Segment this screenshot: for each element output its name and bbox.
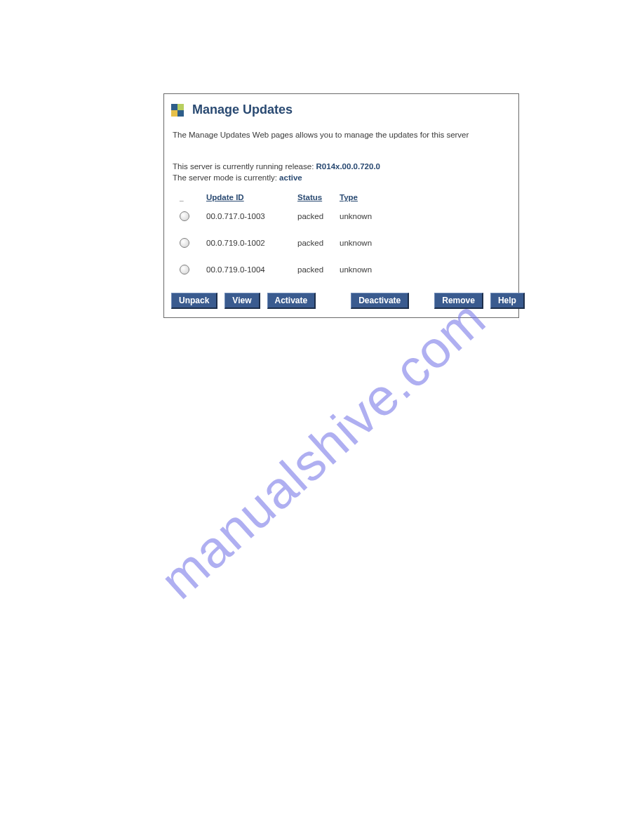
button-bar: Unpack View Activate Deactivate Remove H… <box>170 291 513 310</box>
mode-line: The server mode is currently: active <box>173 173 510 182</box>
header-type[interactable]: Type <box>340 193 389 201</box>
page-title: Manage Updates <box>192 102 293 117</box>
cell-status: packed <box>297 239 340 247</box>
app-icon <box>171 104 184 117</box>
mode-value: active <box>279 173 302 182</box>
unpack-button[interactable]: Unpack <box>171 293 217 309</box>
release-line: This server is currently running release… <box>173 162 510 171</box>
header-placeholder: _ <box>180 194 206 201</box>
cell-update-id: 00.0.719.0-1004 <box>206 265 297 274</box>
cell-status: packed <box>297 212 340 220</box>
cell-update-id: 00.0.719.0-1002 <box>206 239 297 247</box>
view-button[interactable]: View <box>224 293 260 309</box>
table-header-row: _ Update ID Status Type <box>180 193 513 201</box>
remove-button[interactable]: Remove <box>434 293 483 309</box>
select-radio[interactable] <box>180 211 189 221</box>
cell-type: unknown <box>340 239 389 247</box>
select-radio[interactable] <box>180 265 189 274</box>
activate-button[interactable]: Activate <box>267 293 316 309</box>
table-row: 00.0.719.0-1004 packed unknown <box>180 265 513 274</box>
cell-update-id: 00.0.717.0-1003 <box>206 212 297 220</box>
description-text: The Manage Updates Web pages allows you … <box>173 130 510 140</box>
cell-type: unknown <box>340 212 389 220</box>
header-status[interactable]: Status <box>297 193 340 201</box>
release-value: R014x.00.0.720.0 <box>316 162 380 171</box>
table-row: 00.0.719.0-1002 packed unknown <box>180 238 513 248</box>
deactivate-button[interactable]: Deactivate <box>351 293 409 309</box>
release-label: This server is currently running release… <box>173 162 316 171</box>
manage-updates-panel: Manage Updates The Manage Updates Web pa… <box>163 93 519 318</box>
help-button[interactable]: Help <box>490 293 525 309</box>
title-row: Manage Updates <box>171 102 513 117</box>
cell-status: packed <box>297 265 340 274</box>
mode-label: The server mode is currently: <box>173 173 279 182</box>
header-update-id[interactable]: Update ID <box>206 193 297 201</box>
table-row: 00.0.717.0-1003 packed unknown <box>180 211 513 221</box>
cell-type: unknown <box>340 265 389 274</box>
updates-table: _ Update ID Status Type 00.0.717.0-1003 … <box>180 193 513 274</box>
select-radio[interactable] <box>180 238 189 248</box>
